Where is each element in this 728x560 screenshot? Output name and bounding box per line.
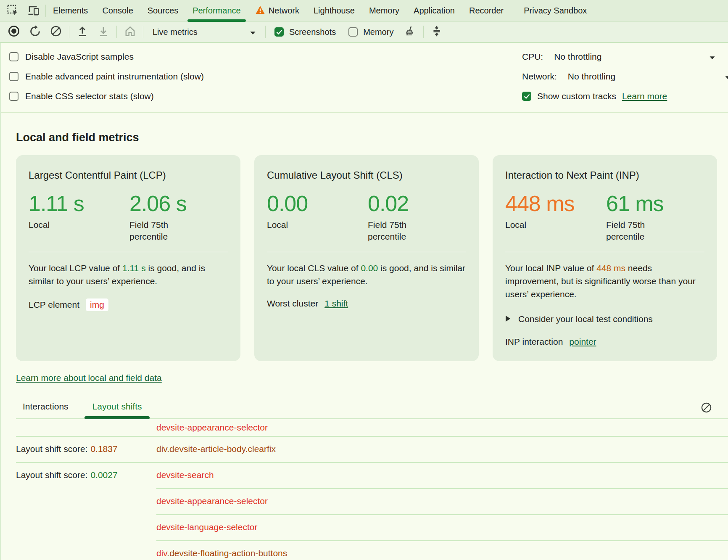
live-metrics-log: Interactions Layout shifts devsite-appea… — [1, 400, 728, 560]
cls-local-value-block: 0.00 Local — [267, 191, 368, 243]
screenshots-checkbox[interactable]: Screenshots — [268, 22, 342, 42]
lcp-field-value: 2.06 s — [129, 191, 228, 216]
shift-score-cell: Layout shift score:0.1837 — [1, 444, 156, 454]
tab-recorder[interactable]: Recorder — [462, 0, 511, 22]
inp-card-title: Interaction to Next Paint (INP) — [505, 169, 704, 181]
tab-application[interactable]: Application — [406, 0, 462, 22]
lcp-values: 1.11 s Local 2.06 s Field 75th percentil… — [29, 191, 228, 243]
node-link[interactable]: devsite-appearance-selector — [156, 423, 268, 432]
advanced-paint-label[interactable]: Enable advanced paint instrumentation (s… — [25, 71, 204, 82]
field-percentile-label: Field 75th percentile — [129, 219, 186, 243]
inspect-element-button[interactable] — [4, 3, 21, 19]
layout-shift-row[interactable]: div.devsite-floating-action-buttons — [1, 540, 728, 560]
tab-label: Application — [414, 6, 455, 16]
cls-summary-prefix: Your local CLS value of — [267, 263, 361, 273]
shift-score-cell: Layout shift score:0.0027 — [1, 470, 156, 480]
cpu-label: CPU: — [522, 52, 543, 62]
reload-icon — [29, 25, 41, 39]
advanced-paint-checkbox[interactable] — [9, 72, 18, 81]
screenshots-label[interactable]: Screenshots — [289, 27, 336, 37]
performance-toolbar: Live metrics Screenshots Memory — [0, 22, 728, 43]
clear-button[interactable] — [45, 22, 66, 42]
network-throttling-select[interactable]: No throttling — [568, 71, 615, 82]
layout-shift-row[interactable]: Layout shift score:0.1837 div.devsite-ar… — [1, 436, 728, 462]
load-profile-button[interactable] — [72, 22, 93, 42]
local-field-data-learn-more-link[interactable]: Learn more about local and field data — [16, 373, 162, 383]
home-button[interactable] — [119, 22, 140, 42]
lcp-field-value-block: 2.06 s Field 75th percentile — [129, 191, 228, 243]
network-throttling-row: Network: No throttling — [522, 66, 728, 86]
node-link[interactable]: devsite-search — [156, 470, 214, 480]
lcp-summary: Your local LCP value of 1.11 s is good, … — [29, 262, 228, 288]
node-link[interactable]: .devsite-floating-action-buttons — [167, 548, 287, 558]
memory-checkbox[interactable]: Memory — [342, 22, 400, 42]
tab-console[interactable]: Console — [95, 0, 140, 22]
tab-privacy-sandbox[interactable]: Privacy Sandbox — [517, 0, 594, 22]
shift-score-value: 0.0027 — [90, 470, 117, 480]
shrink-button[interactable] — [426, 22, 447, 42]
card-divider — [505, 252, 704, 252]
worst-cluster-link[interactable]: 1 shift — [324, 298, 348, 309]
tab-lighthouse[interactable]: Lighthouse — [306, 0, 362, 22]
device-toolbar-button[interactable] — [25, 3, 42, 19]
tab-sources[interactable]: Sources — [140, 0, 185, 22]
local-field-metrics-heading: Local and field metrics — [16, 131, 728, 144]
disable-js-samples-label[interactable]: Disable JavaScript samples — [25, 52, 134, 62]
inp-interaction-link[interactable]: pointer — [569, 337, 596, 347]
log-tabs: Interactions Layout shifts — [16, 400, 728, 419]
cpu-throttling-select[interactable]: No throttling — [554, 52, 601, 62]
memory-label[interactable]: Memory — [363, 27, 393, 37]
local-test-conditions-disclosure[interactable]: Consider your local test conditions — [505, 314, 704, 324]
cls-card-title: Cumulative Layout Shift (CLS) — [267, 169, 466, 181]
local-test-conditions-label: Consider your local test conditions — [518, 314, 653, 324]
node-link[interactable]: devsite-appearance-selector — [156, 496, 268, 506]
css-selector-stats-checkbox[interactable] — [9, 92, 18, 101]
layout-shift-row[interactable]: devsite-appearance-selector — [1, 419, 728, 436]
tab-performance[interactable]: Performance — [185, 0, 248, 22]
tab-layout-shifts[interactable]: Layout shifts — [92, 402, 142, 418]
chevron-down-icon[interactable] — [709, 52, 715, 62]
cls-worst-cluster-row: Worst cluster 1 shift — [267, 298, 466, 309]
field-percentile-label: Field 75th percentile — [606, 219, 663, 243]
css-selector-stats-label[interactable]: Enable CSS selector stats (slow) — [25, 91, 154, 101]
inp-interaction-row: INP interaction pointer — [505, 337, 704, 347]
node-link-tag[interactable]: div — [156, 548, 167, 558]
layout-shift-rows: devsite-appearance-selector Layout shift… — [1, 419, 728, 560]
lcp-element-node-link[interactable]: img — [86, 298, 108, 311]
field-percentile-label: Field 75th percentile — [368, 219, 425, 243]
lcp-summary-prefix: Your local LCP value of — [29, 263, 122, 273]
save-profile-button[interactable] — [93, 22, 114, 42]
tab-label: Elements — [53, 6, 88, 16]
toolbar-separator — [143, 26, 143, 38]
node-link[interactable]: devsite-language-selector — [156, 522, 257, 532]
tab-label: Network — [269, 6, 299, 16]
layout-shift-row[interactable]: devsite-language-selector — [1, 514, 728, 540]
checkbox-checked-icon[interactable] — [274, 27, 284, 37]
record-button[interactable] — [3, 22, 24, 42]
live-metrics-select[interactable]: Live metrics — [146, 22, 263, 42]
tab-network[interactable]: Network — [248, 0, 306, 22]
collect-garbage-button[interactable] — [400, 22, 421, 42]
panel-icons — [0, 3, 45, 19]
checkbox-unchecked[interactable] — [348, 27, 358, 37]
tab-interactions[interactable]: Interactions — [23, 402, 69, 418]
record-and-reload-button[interactable] — [24, 22, 45, 42]
tab-label: Memory — [369, 6, 399, 16]
cls-values: 0.00 Local 0.02 Field 75th percentile — [267, 191, 466, 243]
clear-log-button[interactable] — [699, 401, 714, 416]
tab-memory[interactable]: Memory — [362, 0, 406, 22]
layout-shift-row[interactable]: devsite-appearance-selector — [1, 488, 728, 514]
tab-elements[interactable]: Elements — [46, 0, 95, 22]
layout-shift-row[interactable]: Layout shift score:0.0027 devsite-search — [1, 462, 728, 488]
chevron-down-icon — [250, 27, 256, 37]
download-icon — [98, 25, 109, 39]
custom-tracks-learn-more-link[interactable]: Learn more — [622, 91, 667, 101]
network-label: Network: — [522, 71, 557, 82]
show-custom-tracks-label[interactable]: Show custom tracks — [537, 91, 616, 101]
node-link[interactable]: div.devsite-article-body.clearfix — [156, 444, 276, 454]
disable-js-samples-checkbox[interactable] — [9, 52, 18, 61]
chevron-down-icon[interactable] — [725, 71, 728, 82]
tab-label: Privacy Sandbox — [524, 6, 587, 16]
show-custom-tracks-checkbox[interactable] — [522, 92, 531, 101]
inp-summary-value: 448 ms — [596, 263, 625, 273]
